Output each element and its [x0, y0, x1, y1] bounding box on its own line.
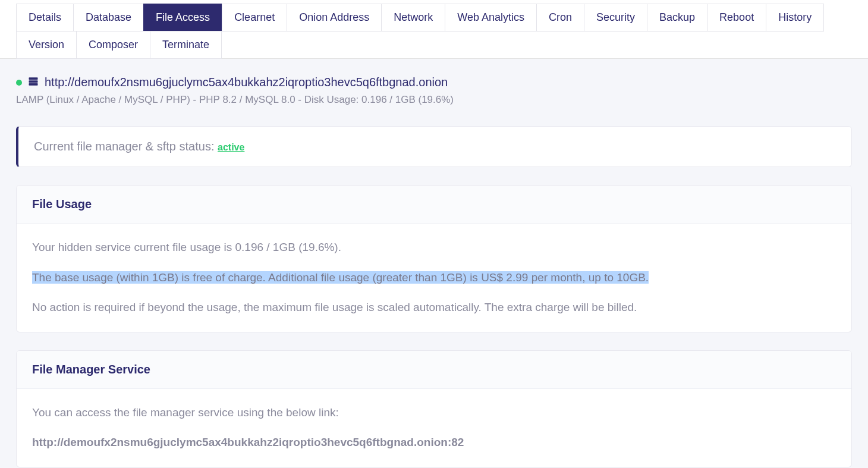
- file-usage-card: File Usage Your hidden service current f…: [16, 185, 852, 332]
- site-meta-text: LAMP (Linux / Apache / MySQL / PHP) - PH…: [16, 94, 852, 106]
- file-usage-pricing-highlight: The base usage (within 1GB) is free of c…: [32, 271, 649, 284]
- tabs-nav: DetailsDatabaseFile AccessClearnetOnion …: [0, 0, 868, 59]
- tab-database[interactable]: Database: [73, 4, 144, 32]
- file-manager-card: File Manager Service You can access the …: [16, 350, 852, 467]
- tab-terminate[interactable]: Terminate: [150, 31, 222, 59]
- svg-rect-1: [29, 80, 38, 83]
- status-indicator-dot: [16, 80, 22, 86]
- status-card: Current file manager & sftp status: acti…: [16, 126, 852, 167]
- tab-cron[interactable]: Cron: [536, 4, 584, 32]
- file-manager-title: File Manager Service: [32, 363, 836, 376]
- file-manager-link[interactable]: http://demoufx2nsmu6gjuclymc5ax4bukkahz2…: [32, 434, 836, 451]
- server-icon: [28, 76, 39, 89]
- tab-security[interactable]: Security: [584, 4, 647, 32]
- file-manager-header: File Manager Service: [17, 351, 851, 389]
- site-header-line: http://demoufx2nsmu6gjuclymc5ax4bukkahz2…: [16, 76, 852, 89]
- file-usage-current: Your hidden service current file usage i…: [32, 239, 836, 256]
- file-usage-title: File Usage: [32, 197, 836, 211]
- file-usage-note: No action is required if beyond the usag…: [32, 299, 836, 316]
- status-label: Current file manager & sftp status:: [34, 140, 218, 153]
- svg-rect-2: [29, 83, 38, 86]
- status-value-link[interactable]: active: [218, 142, 244, 152]
- site-url-link[interactable]: http://demoufx2nsmu6gjuclymc5ax4bukkahz2…: [45, 76, 448, 89]
- tab-reboot[interactable]: Reboot: [707, 4, 766, 32]
- tab-web-analytics[interactable]: Web Analytics: [445, 4, 537, 32]
- tab-clearnet[interactable]: Clearnet: [222, 4, 287, 32]
- main-content: http://demoufx2nsmu6gjuclymc5ax4bukkahz2…: [0, 59, 868, 467]
- site-header: http://demoufx2nsmu6gjuclymc5ax4bukkahz2…: [16, 59, 852, 113]
- file-usage-body: Your hidden service current file usage i…: [17, 224, 851, 332]
- svg-rect-0: [29, 77, 38, 80]
- tab-composer[interactable]: Composer: [76, 31, 150, 59]
- tab-backup[interactable]: Backup: [647, 4, 707, 32]
- tab-history[interactable]: History: [766, 4, 824, 32]
- file-usage-pricing: The base usage (within 1GB) is free of c…: [32, 269, 836, 287]
- file-usage-header: File Usage: [17, 186, 851, 224]
- tab-details[interactable]: Details: [16, 4, 74, 32]
- file-manager-body: You can access the file manager service …: [17, 389, 851, 467]
- tab-version[interactable]: Version: [16, 31, 77, 59]
- tab-network[interactable]: Network: [381, 4, 445, 32]
- tab-file-access[interactable]: File Access: [143, 4, 222, 32]
- file-manager-intro: You can access the file manager service …: [32, 404, 836, 422]
- tab-onion-address[interactable]: Onion Address: [287, 4, 382, 32]
